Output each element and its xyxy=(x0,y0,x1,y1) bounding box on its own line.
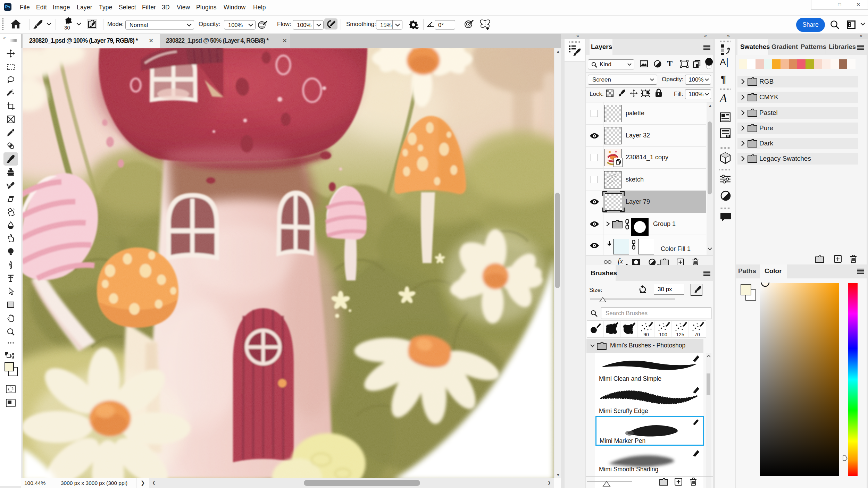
svg-text:125: 125 xyxy=(676,332,684,337)
svg-text:70: 70 xyxy=(694,332,700,337)
svg-text:90: 90 xyxy=(643,332,649,337)
svg-text:100: 100 xyxy=(659,332,667,337)
